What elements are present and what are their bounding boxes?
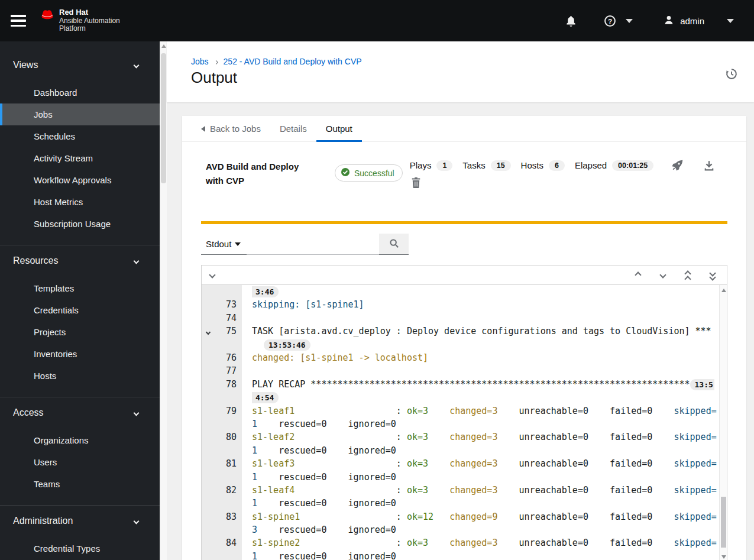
sidebar-item-teams[interactable]: Teams — [0, 473, 160, 495]
log-scrollbar[interactable] — [719, 285, 727, 560]
sidebar-item-users[interactable]: Users — [0, 451, 160, 473]
stdout-filter-select[interactable]: Stdout — [201, 234, 247, 255]
chevron-down-icon — [134, 62, 140, 68]
status-badge[interactable]: Successful — [335, 164, 403, 182]
log-gutter — [202, 285, 242, 298]
sidebar-item-dashboard[interactable]: Dashboard — [0, 82, 160, 103]
scroll-down-arrow-icon[interactable] — [721, 555, 726, 559]
previous-match-chevron-up-icon[interactable] — [635, 271, 641, 278]
log-text-segment: changed=3 — [449, 538, 497, 548]
nav-group-header-access[interactable]: Access — [0, 402, 160, 423]
log-text-segment: ok=3 — [407, 538, 428, 548]
sidebar-item-host-metrics[interactable]: Host Metrics — [0, 191, 160, 213]
timestamp-badge: 13:53:46 — [264, 339, 310, 351]
log-text-segment: unreachable=0 failed=0 — [519, 512, 674, 522]
stats-row: Plays1Tasks15Hosts6Elapsed00:01:25 — [410, 160, 718, 171]
nav-group-header-views[interactable]: Views — [0, 54, 160, 76]
sidebar-item-credential-types[interactable]: Credential Types — [0, 538, 160, 559]
scroll-up-arrow-icon[interactable] — [721, 289, 726, 292]
help-question-icon[interactable]: ? — [604, 15, 616, 27]
sidebar-item-projects[interactable]: Projects — [0, 321, 160, 343]
tab-output[interactable]: Output — [316, 116, 362, 141]
log-text-segment: : — [300, 512, 407, 522]
expand-collapse-all-chevron-icon[interactable] — [209, 271, 215, 278]
log-gutter: 84 — [202, 536, 242, 560]
nav-group-views: ViewsDashboardJobsSchedulesActivity Stre… — [0, 50, 160, 245]
hamburger-menu-icon[interactable] — [11, 15, 26, 27]
sidebar-item-activity-stream[interactable]: Activity Stream — [0, 147, 160, 169]
log-text-segment: 1 — [252, 551, 257, 560]
log-text-segment: rescued=0 ignored=0 — [257, 472, 396, 483]
stat-label: Tasks — [462, 160, 485, 170]
chevron-down-icon — [134, 410, 140, 416]
task-expander-chevron-icon[interactable] — [202, 325, 217, 338]
delete-trash-icon[interactable] — [410, 177, 425, 188]
sidebar-item-credentials[interactable]: Credentials — [0, 299, 160, 321]
breadcrumb-jobs-link[interactable]: Jobs — [191, 57, 209, 66]
scroll-to-bottom-double-chevron-icon[interactable] — [710, 271, 715, 280]
history-icon[interactable] — [725, 67, 738, 82]
search-icon — [389, 238, 399, 250]
log-text-segment: rescued=0 ignored=0 — [257, 445, 396, 456]
log-gutter: 73 — [202, 298, 242, 311]
content-area: Back to Jobs Details Output AVD Build an… — [167, 102, 754, 560]
line-number: 75 — [217, 325, 242, 338]
log-line-text — [242, 364, 727, 377]
scroll-to-top-double-chevron-icon[interactable] — [685, 269, 690, 281]
log-text-segment — [497, 538, 519, 548]
log-text-segment — [428, 485, 449, 496]
log-line: 82s1-leaf4 : ok=3 changed=3 unreachable=… — [202, 484, 727, 510]
log-text-segment: rescued=0 ignored=0 — [257, 525, 396, 535]
sidebar-item-templates[interactable]: Templates — [0, 277, 160, 299]
stat-label: Elapsed — [575, 160, 607, 170]
download-icon[interactable] — [700, 160, 718, 171]
check-circle-icon — [341, 167, 350, 179]
user-menu[interactable]: admin — [664, 15, 734, 27]
log-text-segment: 3 — [252, 525, 257, 535]
log-scrollbar-thumb[interactable] — [721, 497, 726, 548]
log-line: 81s1-leaf3 : ok=3 changed=3 unreachable=… — [202, 457, 727, 484]
nav-group-administration: AdministrationCredential Types — [0, 505, 160, 560]
line-number: 83 — [217, 510, 242, 523]
brand-logo: Red Hat Ansible Automation Platform — [40, 8, 120, 34]
notifications-bell-icon[interactable] — [565, 15, 577, 27]
sidebar-item-inventories[interactable]: Inventories — [0, 343, 160, 365]
tab-back-to-jobs[interactable]: Back to Jobs — [192, 116, 270, 141]
scroll-up-arrow-icon[interactable] — [161, 44, 166, 48]
log-text-segment — [428, 406, 449, 416]
sidebar-item-subscription-usage[interactable]: Subscription Usage — [0, 213, 160, 235]
next-match-chevron-down-icon[interactable] — [659, 271, 666, 278]
brand-line2: Ansible Automation — [59, 17, 120, 25]
sidebar-item-jobs[interactable]: Jobs — [0, 103, 160, 125]
log-text-segment: unreachable=0 failed=0 — [519, 406, 674, 416]
search-button[interactable] — [379, 234, 409, 255]
line-number: 84 — [217, 536, 242, 549]
nav-group-resources: ResourcesTemplatesCredentialsProjectsInv… — [0, 245, 160, 397]
job-title: AVD Build and Deploy with CVP — [206, 160, 311, 209]
sidebar-item-organizations[interactable]: Organizations — [0, 429, 160, 451]
search-input[interactable] — [247, 234, 379, 255]
sidebar-scrollbar-thumb[interactable] — [161, 53, 166, 183]
sidebar-item-schedules[interactable]: Schedules — [0, 125, 160, 147]
chevron-down-icon — [134, 258, 140, 264]
sidebar-item-workflow-approvals[interactable]: Workflow Approvals — [0, 169, 160, 191]
stat-count-badge: 6 — [549, 160, 565, 171]
log-text-segment — [428, 458, 449, 469]
log-line-text: s1-spine1 : ok=12 changed=9 unreachable=… — [242, 510, 727, 537]
sidebar: ViewsDashboardJobsSchedulesActivity Stre… — [0, 41, 167, 560]
nav-group-header-resources[interactable]: Resources — [0, 250, 160, 271]
log-line: 76changed: [s1-spine1 -> localhost] — [202, 351, 727, 364]
tabs-row: Back to Jobs Details Output — [182, 116, 746, 142]
breadcrumb-current-link[interactable]: 252 - AVD Build and Deploy with CVP — [224, 57, 362, 66]
help-dropdown-caret-icon[interactable] — [626, 19, 633, 23]
log-text-segment — [428, 538, 449, 548]
log-text-segment: s1-leaf2 — [252, 432, 295, 442]
sidebar-item-hosts[interactable]: Hosts — [0, 365, 160, 387]
user-dropdown-caret-icon[interactable] — [727, 19, 734, 23]
sidebar-scrollbar[interactable] — [160, 41, 167, 560]
breadcrumb-separator-icon — [215, 58, 218, 65]
log-text-segment: 1 — [252, 445, 257, 456]
tab-details[interactable]: Details — [270, 116, 316, 141]
nav-group-header-administration[interactable]: Administration — [0, 510, 160, 532]
relaunch-rocket-icon[interactable] — [668, 160, 687, 171]
